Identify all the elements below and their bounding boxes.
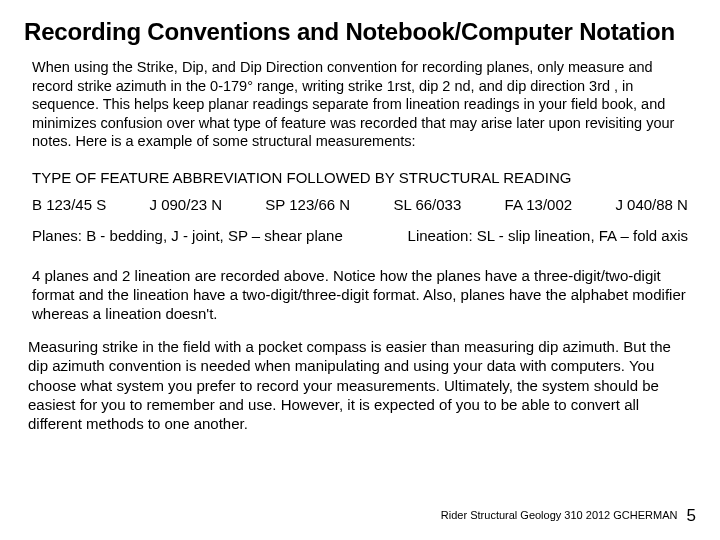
example-reading: SL 66/033 (393, 196, 461, 213)
example-reading: SP 123/66 N (265, 196, 350, 213)
intro-paragraph: When using the Strike, Dip, and Dip Dire… (32, 58, 688, 151)
slide-page: Recording Conventions and Notebook/Compu… (0, 0, 720, 540)
footer: Rider Structural Geology 310 2012 GCHERM… (441, 506, 696, 526)
example-reading: FA 13/002 (505, 196, 573, 213)
closing-paragraph: Measuring strike in the field with a poc… (28, 337, 692, 433)
examples-row: B 123/45 S J 090/23 N SP 123/66 N SL 66/… (32, 196, 688, 213)
example-reading: J 040/88 N (615, 196, 688, 213)
page-number: 5 (687, 506, 696, 525)
legend-row: Planes: B - bedding, J - joint, SP – she… (32, 227, 688, 244)
legend-lineation: Lineation: SL - slip lineation, FA – fol… (408, 227, 688, 244)
examples-heading: TYPE OF FEATURE ABBREVIATION FOLLOWED BY… (32, 169, 688, 186)
page-title: Recording Conventions and Notebook/Compu… (24, 18, 696, 46)
legend-planes: Planes: B - bedding, J - joint, SP – she… (32, 227, 343, 244)
example-reading: J 090/23 N (150, 196, 223, 213)
example-reading: B 123/45 S (32, 196, 106, 213)
format-paragraph: 4 planes and 2 lineation are recorded ab… (32, 266, 688, 324)
footer-credit: Rider Structural Geology 310 2012 GCHERM… (441, 509, 678, 521)
